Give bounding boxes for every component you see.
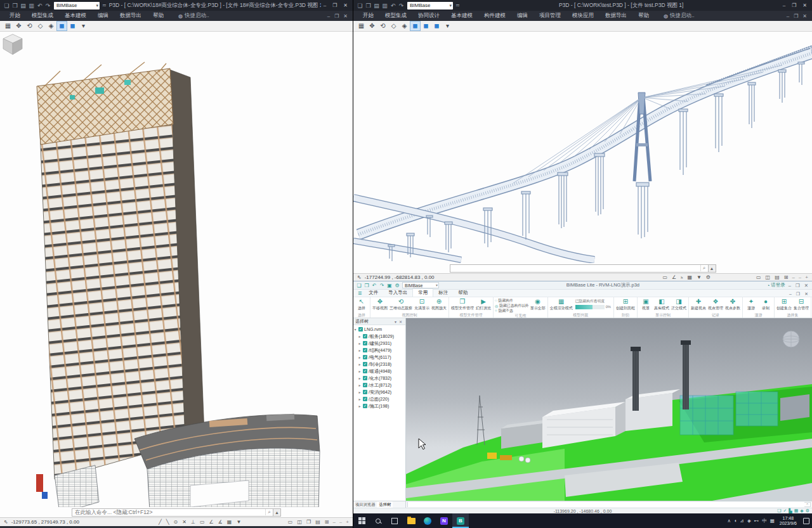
panel-tab-选择树[interactable]: 选择树 (377, 501, 393, 508)
plant-model[interactable] (406, 318, 812, 501)
redo-icon[interactable]: ↷ (398, 3, 405, 9)
file-explorer-button[interactable] (403, 513, 419, 528)
ribbon-button[interactable]: ✚新建视点 (690, 298, 707, 311)
checkbox-checked-icon[interactable]: ✓ (363, 362, 367, 366)
tree-item[interactable]: ▸✓/暖通(4948) (353, 368, 405, 375)
expand-icon[interactable]: ▸ (358, 404, 362, 408)
viewcube-toggle-icon[interactable]: ❏ (777, 508, 781, 513)
save-icon[interactable]: ▤ (373, 3, 380, 9)
ribbon-button[interactable]: ◧真实模式 (653, 298, 670, 311)
quick-launch[interactable]: ◍ 快捷启动.. (169, 12, 209, 20)
cube-realistic-icon[interactable]: ◼ (68, 22, 77, 30)
menu-item-1[interactable]: 模型集成 (379, 12, 412, 20)
bimbase-app-button[interactable]: B (452, 513, 469, 528)
tree-item[interactable]: ▸✓/安消(9642) (353, 389, 405, 396)
tree-item[interactable]: ▸✓/建筑(2931) (353, 340, 405, 347)
doc-restore-button[interactable]: ❐ (334, 13, 339, 19)
doc-minimize-button[interactable]: – (789, 292, 792, 297)
gear-icon[interactable]: ⚙ (806, 508, 809, 513)
command-box[interactable]: ^ (407, 502, 811, 507)
ribbon-button[interactable]: ❒模型文件管理 (450, 298, 475, 311)
more-chevron-icon[interactable]: ▾ (443, 22, 452, 30)
login-button[interactable]: ◔ 请登录 (767, 282, 785, 288)
zoom-slider[interactable]: – ⎯ + (792, 274, 809, 281)
minimize-button[interactable]: – (783, 3, 785, 8)
ribbon-button[interactable]: ⊡充满显示 (414, 298, 430, 311)
ribbon-button[interactable]: ▣视显 (639, 298, 653, 311)
grid-toggle-icon[interactable]: ▦ (226, 519, 233, 525)
expand-icon[interactable]: ▸ (358, 390, 362, 394)
ribbon-button[interactable]: ❖视点管理 (707, 298, 724, 311)
cube-hidden-line-icon[interactable]: ◈ (400, 22, 409, 30)
split-cascade-icon[interactable]: ❐ (305, 519, 312, 525)
doc-restore-button[interactable]: ❐ (794, 13, 798, 19)
expand-icon[interactable]: ▸ (358, 376, 362, 380)
volume-icon[interactable]: ◖ (734, 518, 737, 524)
expand-icon[interactable]: ▸ (358, 397, 362, 401)
view-cube[interactable] (0, 32, 25, 57)
tab-文件[interactable]: 文件 (363, 289, 383, 297)
close-button[interactable]: ✕ (802, 3, 807, 8)
transparency-slider[interactable]: 已隐藏构件透明度0% (574, 298, 612, 310)
tree-item[interactable]: ▸✓/结构(4479) (353, 347, 405, 354)
tray-chevron-icon[interactable]: ∧ (728, 518, 731, 524)
clock[interactable]: 17:48 2023/9/6 (778, 516, 799, 526)
close-button[interactable]: ✕ (343, 3, 348, 8)
checkbox-checked-icon[interactable]: ✓ (363, 341, 367, 345)
ribbon-button[interactable]: ▦全模渲染模式 (549, 298, 573, 311)
viewport-tower[interactable] (0, 32, 353, 507)
save-icon[interactable]: ▤ (20, 3, 27, 9)
new-file-icon[interactable]: ❏ (356, 283, 362, 288)
command-input[interactable] (72, 509, 265, 516)
ribbon-button[interactable]: ✥平移视图 (372, 298, 388, 311)
menu-item-4[interactable]: 构件建模 (478, 12, 511, 20)
doc-restore-button[interactable]: ❐ (796, 292, 800, 297)
undo-icon[interactable]: ↶ (36, 3, 43, 9)
tree-root[interactable]: ▾✓LNG.rvm (353, 326, 405, 333)
doc-minimize-button[interactable]: – (787, 13, 789, 19)
filter-toggle-icon[interactable]: ▼ (695, 274, 703, 280)
expand-history-button[interactable]: ▲ (273, 509, 280, 516)
maximize-button[interactable]: ❐ (792, 3, 796, 8)
tab-导入导出[interactable]: 导入导出 (383, 289, 412, 297)
tree-item[interactable]: ▸✓/总图(220) (353, 396, 405, 402)
checkbox-checked-icon[interactable]: ✓ (363, 334, 367, 338)
checkbox-checked-icon[interactable]: ✓ (363, 404, 367, 408)
checkbox-checked-icon[interactable]: ✓ (363, 390, 367, 394)
orbit-icon[interactable]: ⟲ (25, 22, 34, 30)
menu-item-1[interactable]: 模型集成 (26, 12, 59, 20)
menu-item-6[interactable]: 项目管理 (534, 12, 566, 20)
open-file-icon[interactable]: ❒ (365, 3, 372, 9)
snap-box-icon[interactable]: ▭ (199, 519, 206, 525)
cube-wireframe-icon[interactable]: ◇ (36, 22, 45, 30)
menu-item-4[interactable]: 数据导出 (114, 12, 147, 20)
menu-item-0[interactable]: 开始 (357, 12, 379, 20)
undo-icon[interactable]: ↶ (390, 3, 396, 9)
cube-shaded-icon[interactable]: ◼ (57, 22, 67, 30)
app-combo[interactable]: BIMBase (407, 2, 453, 10)
save-all-icon[interactable]: ▥ (381, 3, 388, 9)
minimize-button[interactable]: – (324, 3, 326, 8)
checkbox-checked-icon[interactable]: ✓ (363, 383, 367, 387)
expand-icon[interactable]: ▸ (358, 383, 362, 387)
tree-item[interactable]: ▸✓/电气(6117) (353, 354, 405, 361)
quick-launch[interactable]: ◍ 快捷启动.. (655, 12, 695, 20)
app-combo[interactable]: BIMBase (54, 2, 100, 10)
menu-item-3[interactable]: 基本建模 (445, 12, 478, 20)
single-view-icon[interactable]: ▭ (287, 519, 294, 525)
bridge-model[interactable] (353, 32, 812, 263)
snap-slope-icon[interactable]: ∠ (208, 519, 215, 525)
grid-view-icon[interactable]: ⊞ (324, 519, 331, 525)
ribbon-button[interactable]: ⊟集合管理 (793, 298, 809, 311)
snap-intersect-icon[interactable]: ✕ (181, 519, 188, 525)
ribbon-button[interactable]: ⊞创建剖面框 (615, 298, 636, 311)
new-file-icon[interactable]: ❏ (3, 3, 10, 9)
expand-icon[interactable]: ▸ (358, 341, 362, 345)
tree-item[interactable]: ▸✓/化水(7832) (353, 375, 405, 382)
ribbon-button[interactable]: ○隐藏不选 (495, 308, 529, 313)
close-panel-icon[interactable]: ✕ (398, 319, 403, 324)
new-file-icon[interactable]: ❏ (357, 3, 363, 9)
tower-model[interactable] (0, 32, 353, 507)
list-view-icon[interactable]: ▤ (314, 519, 322, 525)
open-file-icon[interactable]: ❒ (363, 283, 370, 288)
